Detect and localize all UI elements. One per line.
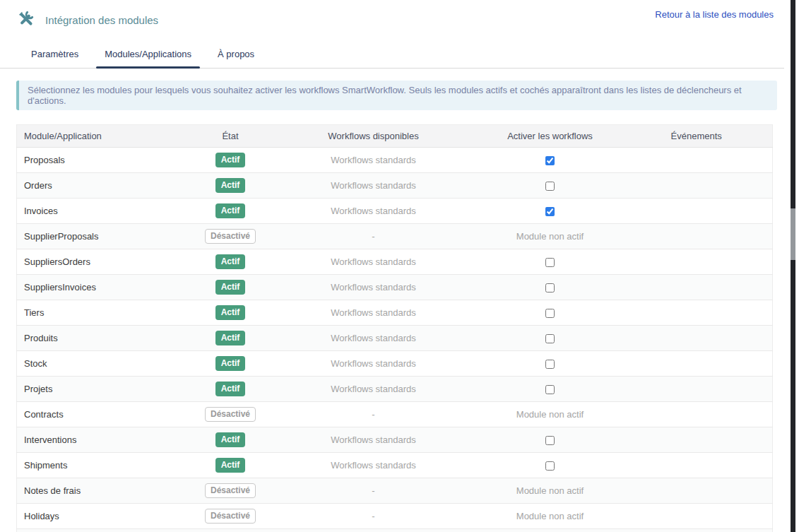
info-banner: Sélectionnez les modules pour lesquels v… — [16, 81, 777, 110]
activate-workflow-checkbox[interactable] — [545, 334, 555, 343]
events-cell — [621, 478, 773, 504]
activate-cell — [480, 326, 621, 351]
table-row: Notes de frais Désactivé - Module non ac… — [17, 478, 773, 504]
column-activer-les-workflows: Activer les workflows — [480, 125, 621, 148]
window-gutter — [795, 0, 799, 532]
events-cell — [621, 427, 773, 453]
activate-cell — [480, 377, 621, 402]
activate-cell — [480, 351, 621, 377]
module-name: Invoices — [17, 199, 194, 224]
activate-cell — [480, 427, 621, 453]
workflows-cell: - — [268, 478, 480, 504]
events-cell — [621, 351, 773, 377]
workflows-cell: Workflows standards — [268, 173, 480, 199]
events-cell — [621, 504, 773, 529]
table-row: Projets Actif Workflows standards — [17, 377, 773, 402]
status-badge: Désactivé — [205, 229, 256, 244]
page-header: Intégration des modules Retour à la list… — [0, 0, 784, 30]
workflows-cell: Workflows standards — [268, 427, 480, 453]
module-name: Holidays — [17, 504, 194, 529]
status-badge: Actif — [215, 458, 246, 473]
modules-table: Module/Application État Workflows dispon… — [16, 124, 773, 532]
activate-cell — [480, 199, 621, 224]
module-name: Proposals — [17, 148, 194, 173]
module-name: Orders — [17, 173, 194, 199]
module-name: SuppliersInvoices — [17, 275, 194, 300]
module-name: Interventions — [17, 427, 194, 453]
module-name — [17, 529, 194, 532]
events-cell — [621, 300, 773, 326]
activate-workflow-checkbox[interactable] — [545, 182, 555, 191]
activate-workflow-checkbox[interactable] — [545, 385, 555, 394]
status-badge: Désactivé — [205, 509, 256, 524]
activate-workflow-checkbox[interactable] — [545, 436, 555, 445]
activate-workflow-checkbox[interactable] — [545, 309, 555, 318]
page-title: Intégration des modules — [45, 14, 158, 26]
workflows-cell: Workflows standards — [268, 377, 480, 402]
activate-cell — [480, 275, 621, 300]
workflows-cell: - — [268, 402, 480, 427]
column-evenements: Événements — [621, 125, 773, 148]
module-name: Notes de frais — [17, 478, 194, 504]
workflows-cell: Workflows standards — [268, 300, 480, 326]
status-badge: Actif — [215, 203, 246, 218]
workflows-cell: Workflows standards — [268, 351, 480, 377]
events-cell — [621, 249, 773, 275]
module-name: Tiers — [17, 300, 194, 326]
status-badge: Actif — [215, 305, 246, 320]
activate-cell — [480, 529, 621, 532]
activate-cell — [480, 148, 621, 173]
table-row: SupplierProposals Désactivé - Module non… — [17, 224, 773, 249]
table-row: Interventions Actif Workflows standards — [17, 427, 773, 453]
column-workflows-disponibles: Workflows disponibles — [268, 125, 480, 148]
table-row: Proposals Actif Workflows standards — [17, 148, 773, 173]
table-row: Holidays Désactivé - Module non actif — [17, 504, 773, 529]
events-cell — [621, 148, 773, 173]
events-cell — [621, 453, 773, 478]
tab-a-propos[interactable]: À propos — [210, 42, 262, 68]
activate-workflow-checkbox[interactable] — [545, 461, 555, 471]
workflows-cell: Workflows standards — [268, 148, 480, 173]
activate-cell: Module non actif — [480, 224, 621, 249]
status-badge: Actif — [215, 254, 246, 269]
table-row: Contracts Désactivé - Module non actif — [17, 402, 773, 427]
activate-cell — [480, 173, 621, 199]
status-badge: Actif — [215, 382, 246, 396]
status-badge: Actif — [215, 331, 246, 345]
status-badge: Actif — [215, 153, 246, 167]
table-row: SuppliersInvoices Actif Workflows standa… — [17, 275, 773, 300]
workflows-cell: - — [268, 224, 480, 249]
activate-workflow-checkbox[interactable] — [545, 360, 555, 369]
workflows-cell: Workflows standards — [268, 249, 480, 275]
status-badge: Actif — [215, 178, 246, 193]
tab-parametres[interactable]: Paramètres — [23, 42, 86, 68]
tab-modules-applications[interactable]: Modules/Applications — [97, 42, 199, 68]
workflows-cell: Workflows standards — [268, 199, 480, 224]
module-name: SuppliersOrders — [17, 249, 194, 275]
activate-cell — [480, 300, 621, 326]
events-cell — [621, 402, 773, 427]
activate-cell: Module non actif — [480, 478, 621, 504]
status-badge: Désactivé — [205, 483, 256, 498]
workflows-cell: - — [268, 504, 480, 529]
activate-workflow-checkbox[interactable] — [545, 156, 555, 165]
activate-cell: Module non actif — [480, 402, 621, 427]
events-cell — [621, 326, 773, 351]
events-cell — [621, 224, 773, 249]
status-badge: Actif — [215, 280, 246, 295]
events-cell — [621, 377, 773, 402]
column-etat: État — [194, 125, 268, 148]
table-row: Tiers Actif Workflows standards — [17, 300, 773, 326]
events-cell — [621, 529, 773, 532]
activate-cell — [480, 249, 621, 275]
activate-workflow-checkbox[interactable] — [545, 207, 555, 216]
activate-workflow-checkbox[interactable] — [545, 258, 555, 267]
table-row: Actif Workflows standards — [17, 529, 773, 532]
workflows-cell: Workflows standards — [268, 529, 480, 532]
scrollbar-thumb[interactable] — [791, 208, 795, 260]
back-to-modules-link[interactable]: Retour à la liste des modules — [655, 9, 774, 20]
module-name: Produits — [17, 326, 194, 351]
module-name: Contracts — [17, 402, 194, 427]
module-name: SupplierProposals — [17, 224, 194, 249]
activate-workflow-checkbox[interactable] — [545, 283, 555, 292]
